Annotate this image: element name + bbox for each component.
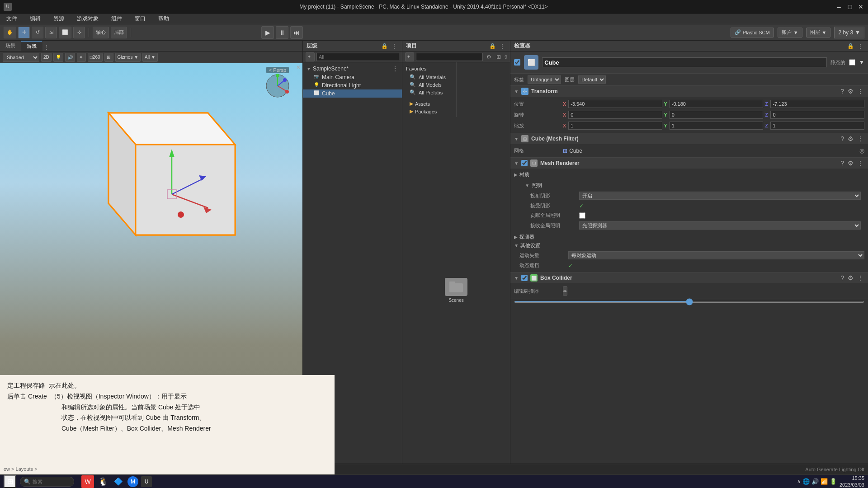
scene-options-button[interactable]: ⋮ (42, 43, 51, 51)
maximize-button[interactable]: □ (846, 3, 854, 10)
packages-folder-item[interactable]: ▶ Packages (402, 108, 456, 115)
light-button[interactable]: 💡 (53, 53, 63, 62)
account-button[interactable]: 账户 ▼ (778, 28, 802, 38)
project-view-btn[interactable]: ⊞ (495, 53, 503, 61)
scene-close-btn[interactable]: ✕ (296, 64, 301, 70)
hierarchy-light-item[interactable]: 💡 Directional Light (303, 81, 402, 89)
mesh-renderer-enabled-checkbox[interactable] (521, 160, 528, 166)
menu-gameobject[interactable]: 游戏对象 (74, 14, 101, 23)
other-settings-header[interactable]: ▼ 其他设置 (514, 241, 864, 250)
project-lock-btn[interactable]: 🔒 (488, 42, 496, 50)
close-button[interactable]: ✕ (857, 3, 864, 10)
box-collider-enabled-checkbox[interactable] (521, 275, 528, 281)
transform-more-btn[interactable]: ⋮ (856, 88, 864, 95)
all-materials-item[interactable]: 🔍 All Materials (402, 73, 456, 81)
2d-button[interactable]: 2D (41, 53, 52, 62)
menu-component[interactable]: 组件 (108, 14, 125, 23)
grid-button[interactable]: ⊞ (104, 53, 113, 62)
shading-select[interactable]: Shaded Wireframe (3, 53, 39, 62)
scene-tab[interactable]: 场景 (0, 41, 21, 51)
object-active-checkbox[interactable] (514, 59, 520, 66)
hierarchy-cube-item[interactable]: ⬜ Cube (303, 89, 402, 98)
inspector-opts-btn[interactable]: ⋮ (856, 42, 864, 50)
layout-button[interactable]: 2 by 3 ▼ (834, 27, 864, 38)
transform-tool-button[interactable]: ⊹ (73, 27, 85, 38)
scene-col-button[interactable]: □260 (88, 53, 103, 62)
local-button[interactable]: 局部 (111, 27, 127, 38)
layer-select[interactable]: Default (578, 75, 606, 84)
play-button[interactable]: ▶ (261, 26, 274, 39)
transform-header[interactable]: ▼ ⊹ Transform ? ⚙ ⋮ (510, 86, 868, 97)
boxcollider-help-btn[interactable]: ? (840, 274, 845, 282)
rot-y-input[interactable] (670, 111, 764, 119)
menu-assets[interactable]: 资源 (51, 14, 67, 23)
taskbar-unity-icon[interactable]: U (141, 476, 152, 487)
all-prefabs-item[interactable]: 🔍 All Prefabs (402, 89, 456, 96)
menu-edit[interactable]: 编辑 (27, 14, 43, 23)
plastic-scm-button[interactable]: 🔗 Plastic SCM (731, 28, 774, 38)
pos-y-input[interactable] (670, 100, 764, 108)
global-illum-checkbox[interactable] (579, 212, 585, 219)
hierarchy-add-btn[interactable]: + (306, 52, 315, 61)
tag-select[interactable]: Untagged (528, 75, 561, 84)
taskbar-app-icon-1[interactable]: W (81, 475, 94, 488)
project-add-btn[interactable]: + (405, 52, 414, 61)
menu-window[interactable]: 窗口 (132, 14, 148, 23)
meshrenderer-help-btn[interactable]: ? (840, 160, 845, 167)
all-models-item[interactable]: 🔍 All Models (402, 81, 456, 89)
boxcollider-more-btn[interactable]: ⋮ (856, 274, 864, 282)
game-tab[interactable]: 游戏 (21, 41, 42, 51)
boxcollider-settings-btn[interactable]: ⚙ (847, 274, 854, 282)
taskbar-search-input[interactable] (33, 479, 69, 484)
box-collider-header[interactable]: ▼ ⬜ Box Collider ? ⚙ ⋮ (510, 272, 868, 283)
hierarchy-search-input[interactable] (316, 53, 399, 61)
scene-root-item[interactable]: ▼ SampleScene* ⋮ (303, 64, 402, 73)
taskbar-app-icon-2[interactable]: 🐧 (97, 475, 109, 488)
scale-x-input[interactable] (568, 122, 662, 130)
scale-z-input[interactable] (770, 122, 864, 130)
project-settings-btn[interactable]: ⚙ (485, 53, 493, 61)
meshfilter-help-btn[interactable]: ? (840, 135, 845, 142)
inspector-slider[interactable] (514, 301, 864, 303)
hierarchy-camera-item[interactable]: 📷 Main Camera (303, 73, 402, 81)
scale-tool-button[interactable]: ⇲ (45, 27, 57, 38)
layers-button[interactable]: 图层 ▼ (806, 28, 831, 38)
rotate-tool-button[interactable]: ↺ (32, 27, 43, 38)
minimize-button[interactable]: – (835, 3, 843, 10)
fx-button[interactable]: ✦ (77, 53, 86, 62)
scale-y-input[interactable] (670, 122, 764, 130)
transform-settings-btn[interactable]: ⚙ (847, 88, 854, 95)
meshrenderer-settings-btn[interactable]: ⚙ (847, 160, 854, 167)
rect-tool-button[interactable]: ⬜ (59, 27, 71, 38)
audio-button[interactable]: 🔊 (65, 53, 75, 62)
lighting-header[interactable]: ▼ 照明 (525, 181, 861, 190)
motion-vectors-select[interactable]: 每对象运动 (568, 251, 864, 259)
favorites-section-header[interactable]: Favorites (402, 64, 456, 73)
mesh-filter-header[interactable]: ▼ ⊞ Cube (Mesh Filter) ? ⚙ ⋮ (510, 133, 868, 144)
rot-x-input[interactable] (568, 111, 662, 119)
meshfilter-more-btn[interactable]: ⋮ (856, 135, 864, 142)
static-checkbox[interactable] (849, 59, 855, 66)
meshrenderer-more-btn[interactable]: ⋮ (856, 160, 864, 167)
pivot-button[interactable]: 轴心 (93, 27, 109, 38)
menu-file[interactable]: 文件 (4, 14, 20, 23)
hierarchy-lock-btn[interactable]: 🔒 (380, 42, 388, 50)
hand-tool-button[interactable]: ✋ (4, 27, 16, 38)
start-button[interactable]: ⊞ (4, 475, 16, 488)
assets-folder-item[interactable]: ▶ Assets (402, 100, 456, 108)
move-tool-button[interactable]: ✛ (18, 27, 30, 38)
rot-z-input[interactable] (770, 111, 864, 119)
pause-button[interactable]: ⏸ (276, 26, 288, 39)
taskbar-app-icon-4[interactable]: M (127, 476, 138, 487)
menu-help[interactable]: 帮助 (156, 14, 172, 23)
step-button[interactable]: ⏭ (290, 26, 303, 39)
object-name-input[interactable] (542, 57, 827, 67)
project-search-input[interactable] (416, 53, 483, 61)
probes-section-header[interactable]: ▶ 探测器 (514, 233, 864, 241)
scene-more-btn[interactable]: ⋮ (392, 65, 398, 72)
cast-shadows-select[interactable]: 开启 关闭 (579, 192, 861, 200)
hierarchy-opts-btn[interactable]: ⋮ (390, 42, 398, 50)
gizmos-button[interactable]: Gizmos ▼ (115, 53, 141, 62)
pos-z-input[interactable] (770, 100, 864, 108)
receive-gi-select[interactable]: 光照探测器 (579, 221, 861, 230)
